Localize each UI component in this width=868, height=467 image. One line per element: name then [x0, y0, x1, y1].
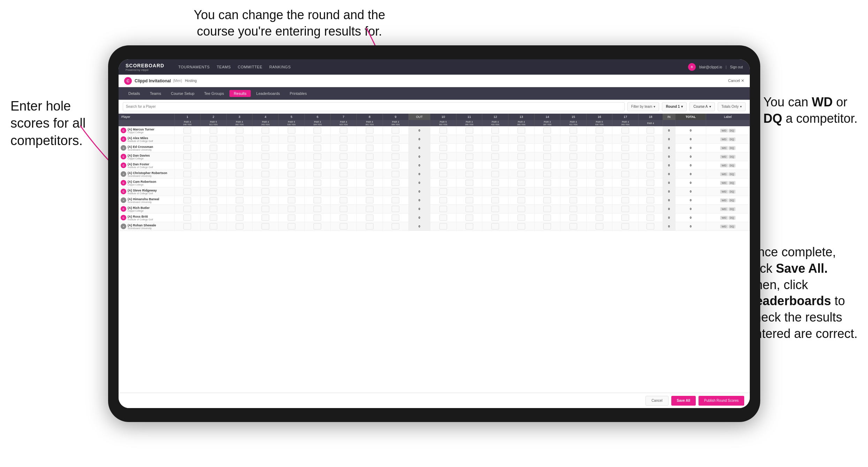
tab-course-setup[interactable]: Course Setup	[167, 90, 198, 97]
hole-16-input[interactable]	[596, 127, 603, 134]
hole-2-score[interactable]	[201, 135, 227, 144]
tab-teams[interactable]: Teams	[146, 90, 165, 97]
hole-14-input[interactable]	[543, 223, 551, 229]
hole-14-input[interactable]	[543, 206, 551, 212]
hole-8-score[interactable]	[356, 170, 383, 179]
hole-8-input[interactable]	[366, 153, 373, 160]
hole-11-score[interactable]	[456, 170, 482, 179]
hole-2-input[interactable]	[210, 197, 217, 203]
hole-9-input[interactable]	[392, 162, 399, 168]
hole-11-input[interactable]	[466, 136, 473, 142]
hole-14-score[interactable]	[534, 222, 560, 231]
hole-12-score[interactable]	[482, 161, 508, 170]
hole-17-score[interactable]	[612, 196, 639, 205]
hole-15-score[interactable]	[560, 205, 587, 213]
hole-13-score[interactable]	[508, 222, 534, 231]
hole-18-score[interactable]	[639, 135, 663, 144]
hole-14-input[interactable]	[543, 188, 551, 195]
hole-8-score[interactable]	[356, 205, 383, 213]
hole-5-input[interactable]	[288, 127, 295, 134]
hole-16-score[interactable]	[586, 179, 612, 187]
hole-6-input[interactable]	[314, 188, 321, 195]
hole-15-input[interactable]	[569, 153, 577, 160]
hole-17-input[interactable]	[621, 180, 629, 186]
hole-11-score[interactable]	[456, 161, 482, 170]
hole-15-score[interactable]	[560, 126, 587, 135]
hole-1-score[interactable]	[174, 205, 201, 213]
hole-7-input[interactable]	[340, 223, 347, 229]
hole-1-input[interactable]	[183, 153, 191, 160]
hole-7-input[interactable]	[340, 127, 347, 134]
hole-9-input[interactable]	[392, 171, 399, 177]
hole-13-input[interactable]	[518, 162, 525, 168]
hole-4-input[interactable]	[262, 188, 269, 195]
hole-11-input[interactable]	[466, 214, 473, 221]
hole-12-score[interactable]	[482, 187, 508, 196]
hole-12-input[interactable]	[491, 162, 499, 168]
hole-14-input[interactable]	[543, 214, 551, 221]
hole-1-input[interactable]	[183, 188, 191, 195]
hole-1-input[interactable]	[183, 171, 191, 177]
hole-4-input[interactable]	[262, 162, 269, 168]
hole-5-input[interactable]	[288, 162, 295, 168]
hole-14-score[interactable]	[534, 152, 560, 161]
hole-5-score[interactable]	[279, 179, 305, 187]
hole-1-input[interactable]	[183, 214, 191, 221]
hole-18-input[interactable]	[647, 171, 654, 177]
round-selector[interactable]: Round 1 ▾	[662, 102, 687, 111]
hole-7-score[interactable]	[331, 170, 357, 179]
hole-8-input[interactable]	[366, 223, 373, 229]
hole-5-input[interactable]	[288, 197, 295, 203]
hole-16-input[interactable]	[596, 180, 603, 186]
hole-4-score[interactable]	[252, 222, 279, 231]
hole-10-score[interactable]	[430, 205, 456, 213]
hole-13-score[interactable]	[508, 179, 534, 187]
hole-18-score[interactable]	[639, 205, 663, 213]
hole-15-input[interactable]	[569, 145, 577, 151]
hole-10-score[interactable]	[430, 170, 456, 179]
hole-6-score[interactable]	[304, 126, 331, 135]
hole-12-input[interactable]	[491, 214, 499, 221]
hole-12-score[interactable]	[482, 222, 508, 231]
hole-17-score[interactable]	[612, 222, 639, 231]
hole-6-input[interactable]	[314, 136, 321, 142]
hole-13-input[interactable]	[518, 145, 525, 151]
search-player-input[interactable]	[123, 102, 625, 111]
hole-16-score[interactable]	[586, 213, 612, 222]
hole-15-input[interactable]	[569, 171, 577, 177]
hole-6-input[interactable]	[314, 223, 321, 229]
hole-9-input[interactable]	[392, 145, 399, 151]
hole-11-score[interactable]	[456, 205, 482, 213]
hole-13-score[interactable]	[508, 213, 534, 222]
hole-4-input[interactable]	[262, 145, 269, 151]
hole-2-score[interactable]	[201, 179, 227, 187]
hole-13-score[interactable]	[508, 152, 534, 161]
hole-17-input[interactable]	[621, 171, 629, 177]
hole-14-input[interactable]	[543, 136, 551, 142]
hole-18-input[interactable]	[647, 223, 654, 229]
hole-9-score[interactable]	[383, 126, 409, 135]
hole-3-input[interactable]	[236, 206, 243, 212]
hole-3-score[interactable]	[226, 144, 252, 152]
hole-8-input[interactable]	[366, 188, 373, 195]
hole-3-score[interactable]	[226, 126, 252, 135]
hole-3-score[interactable]	[226, 196, 252, 205]
hole-11-input[interactable]	[466, 180, 473, 186]
hole-15-score[interactable]	[560, 170, 587, 179]
hole-6-score[interactable]	[304, 152, 331, 161]
hole-8-score[interactable]	[356, 222, 383, 231]
hole-2-score[interactable]	[201, 152, 227, 161]
hole-18-input[interactable]	[647, 197, 654, 203]
hole-4-input[interactable]	[262, 180, 269, 186]
hole-12-input[interactable]	[491, 188, 499, 195]
wd-button[interactable]: WD	[720, 198, 727, 202]
hole-8-input[interactable]	[366, 197, 373, 203]
hole-13-score[interactable]	[508, 135, 534, 144]
hole-5-input[interactable]	[288, 188, 295, 195]
hole-6-input[interactable]	[314, 162, 321, 168]
hole-18-input[interactable]	[647, 214, 654, 221]
hole-6-score[interactable]	[304, 135, 331, 144]
hole-14-input[interactable]	[543, 127, 551, 134]
hole-18-score[interactable]	[639, 144, 663, 152]
hole-14-input[interactable]	[543, 145, 551, 151]
